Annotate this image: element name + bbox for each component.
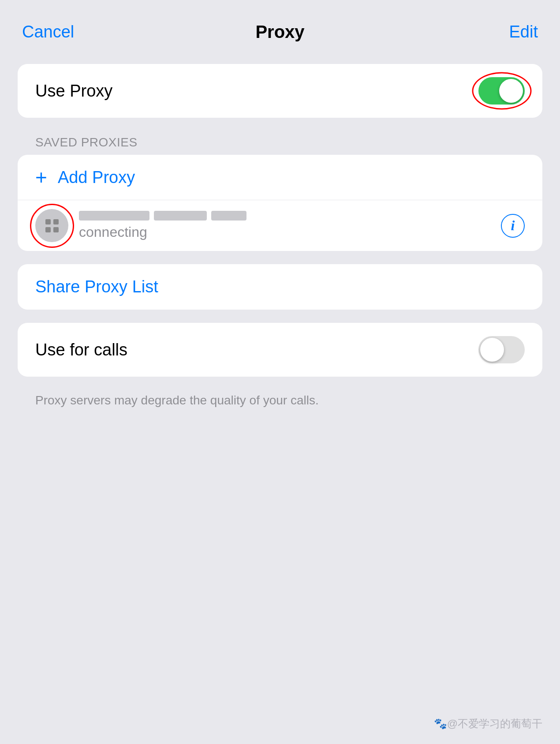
use-for-calls-card: Use for calls: [18, 323, 542, 377]
page-title: Proxy: [75, 22, 485, 42]
cancel-button[interactable]: Cancel: [22, 22, 75, 41]
svg-rect-1: [53, 219, 59, 224]
edit-button[interactable]: Edit: [485, 22, 538, 41]
blur-block-3: [211, 211, 246, 221]
use-proxy-label: Use Proxy: [35, 82, 112, 101]
use-calls-row: Use for calls: [18, 323, 542, 377]
share-proxy-label: Share Proxy List: [35, 277, 158, 296]
saved-proxies-section-label: SAVED PROXIES: [18, 131, 542, 155]
proxy-status: connecting: [79, 224, 147, 240]
proxy-info: connecting: [79, 211, 501, 240]
use-calls-label: Use for calls: [35, 340, 127, 359]
share-proxy-card: Share Proxy List: [18, 264, 542, 310]
use-proxy-card: Use Proxy: [18, 64, 542, 118]
watermark: 🐾@不爱学习的葡萄干: [434, 717, 542, 731]
use-proxy-toggle-wrapper: [478, 77, 525, 105]
proxy-grid-icon: [44, 217, 60, 234]
svg-rect-2: [45, 227, 51, 232]
saved-proxies-card: + Add Proxy: [18, 155, 542, 251]
calls-footer-note: Proxy servers may degrade the quality of…: [18, 390, 542, 416]
blur-block-1: [79, 211, 149, 221]
use-proxy-toggle[interactable]: [478, 77, 525, 105]
info-icon: i: [511, 217, 515, 234]
blur-block-2: [154, 211, 207, 221]
proxy-avatar: [35, 209, 68, 242]
proxy-item-row[interactable]: connecting i: [18, 200, 542, 251]
proxy-name-blurred: [79, 211, 501, 221]
add-proxy-icon: +: [35, 167, 47, 187]
proxy-info-button[interactable]: i: [501, 214, 525, 238]
add-proxy-label: Add Proxy: [58, 168, 135, 187]
svg-rect-3: [53, 227, 59, 232]
share-proxy-row[interactable]: Share Proxy List: [18, 264, 542, 310]
add-proxy-row[interactable]: + Add Proxy: [18, 155, 542, 200]
use-proxy-row: Use Proxy: [18, 64, 542, 118]
use-calls-toggle-knob: [480, 338, 504, 362]
main-content: Use Proxy SAVED PROXIES + Add Proxy: [0, 55, 560, 425]
use-calls-toggle[interactable]: [478, 336, 525, 363]
header: Cancel Proxy Edit: [0, 0, 560, 55]
proxy-avatar-wrapper: [35, 209, 68, 242]
toggle-knob: [499, 79, 523, 103]
svg-rect-0: [45, 219, 51, 224]
